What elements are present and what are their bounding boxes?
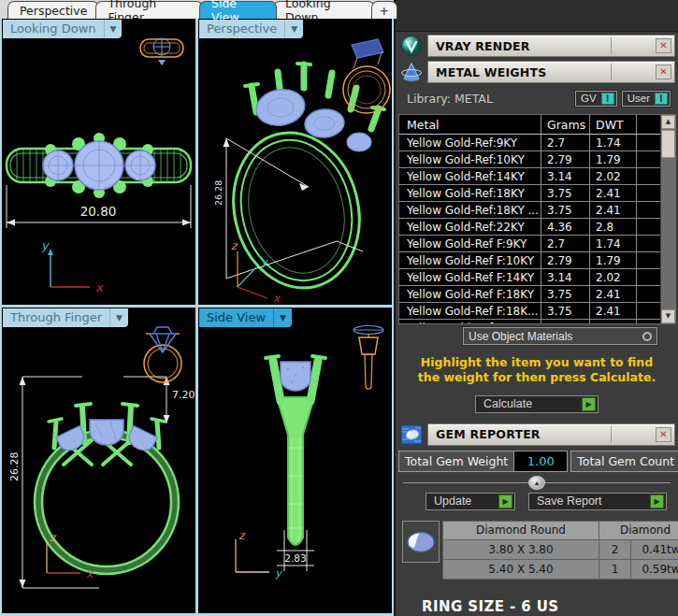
svg-text:x: x <box>273 292 281 305</box>
cell-metal: Yellow Gold-Ref:14KY <box>399 168 541 184</box>
metal-table-row[interactable]: Yellow Gold-Ref:18KY3.752.41 <box>399 185 660 202</box>
through-finger-canvas[interactable]: 7.20 26.28 z x <box>2 308 195 613</box>
scroll-down-icon[interactable]: ▼ <box>661 309 675 323</box>
cell-dwt: 2.8 <box>590 320 637 323</box>
ring-top-view-model <box>7 133 191 198</box>
gem-count-cell: 2 <box>599 540 631 560</box>
user-label: User <box>628 93 650 104</box>
cell-metal: Yellow Gold-Ref F:22KY <box>399 320 541 323</box>
add-tab-button[interactable]: + <box>371 1 397 19</box>
col-header-grams[interactable]: Grams <box>541 115 590 134</box>
cell-dwt: 2.41 <box>590 303 637 319</box>
gem-totals-row: Total Gem Weight 1.00 Total Gem Count 3 <box>396 451 678 472</box>
cell-metal: Yellow Gold-Ref:18KY <box>399 185 541 201</box>
cell-grams: 3.75 <box>541 303 590 319</box>
scrollbar-thumb[interactable] <box>661 130 675 158</box>
save-report-label: Save Report <box>537 494 601 508</box>
metal-table-row[interactable]: Yellow Gold-Ref:9KY2.71.74 <box>399 135 660 151</box>
gem-icon <box>402 521 440 563</box>
vray-render-icon[interactable] <box>396 34 427 58</box>
cell-grams: 3.75 <box>541 185 590 201</box>
metal-table-row[interactable]: Yellow Gold-Ref F:10KY2.791.79 <box>399 252 660 269</box>
weight-instruction-text: Highlight the item you want to find the … <box>396 348 678 388</box>
ring-thumbnail-icon <box>140 38 183 65</box>
metal-table-row[interactable]: Yellow Gold-Ref F:22KY4.362.8 <box>399 320 660 323</box>
update-button[interactable]: Update ▶ <box>426 493 515 510</box>
viewport-menu-dropdown[interactable]: ▼ <box>273 308 292 327</box>
title-bar-divider <box>611 37 612 54</box>
viewport-title-label: Through Finger <box>3 308 109 327</box>
scrollbar-track[interactable] <box>661 158 675 309</box>
app-window: Perspective Through Finger Side View Loo… <box>0 0 678 616</box>
metal-table-row[interactable]: Yellow Gold-Ref F:14KY3.142.02 <box>399 269 660 286</box>
cell-dwt: 2.41 <box>590 202 637 218</box>
svg-text:y: y <box>41 238 50 252</box>
metal-table-row[interactable]: Yellow Gold-Ref F:18K...3.752.41 <box>399 303 660 320</box>
vray-render-panel-header: VRAY RENDER ✕ <box>396 34 678 58</box>
gem-table-row[interactable]: 3.80 X 3.80 2 0.41tw ▶ <box>442 540 678 560</box>
metal-table-row[interactable]: Yellow Gold-Ref F:9KY2.71.74 <box>399 236 660 252</box>
update-label: Update <box>434 494 471 508</box>
go-arrow-icon: ▶ <box>650 494 664 509</box>
close-icon[interactable]: ✕ <box>656 38 671 53</box>
save-report-button[interactable]: Save Report ▶ <box>528 493 667 510</box>
collapse-button[interactable]: ▲ <box>528 476 545 490</box>
gem-table-section: Diamond Round Diamond 3.80 X 3.80 2 0.41… <box>396 521 678 580</box>
metal-table-row[interactable]: Yellow Gold-Ref:22KY4.362.8 <box>399 219 660 236</box>
metal-table-row[interactable]: Yellow Gold-Ref:18KY ...3.752.41 <box>399 202 660 219</box>
cell-dwt: 1.74 <box>590 236 637 251</box>
cell-metal: Yellow Gold-Ref:22KY <box>399 219 541 235</box>
ring-size-text: RING SIZE - 6 US <box>422 598 678 615</box>
gem-reporter-title-bar[interactable]: GEM REPORTER ✕ <box>427 423 675 446</box>
tab-side-view[interactable]: Side View <box>199 1 277 19</box>
viewport-title-label: Side View <box>199 308 273 327</box>
use-object-materials-button[interactable]: Use Object Materials <box>463 327 657 345</box>
right-dock-panel: VRAY RENDER ✕ METAL WEIGHTS ✕ Libr <box>394 0 678 616</box>
close-icon[interactable]: ✕ <box>656 64 671 79</box>
metal-weights-panel-header: METAL WEIGHTS ✕ <box>396 60 678 84</box>
perspective-canvas[interactable]: 26.28 z y x <box>198 19 392 305</box>
col-header-metal[interactable]: Metal <box>399 115 541 134</box>
vray-render-title-bar[interactable]: VRAY RENDER ✕ <box>427 35 675 57</box>
gem-table-row[interactable]: 5.40 X 5.40 1 0.59tw ▶ <box>442 560 678 580</box>
viewport-menu-dropdown[interactable]: ▼ <box>104 20 123 38</box>
metal-table-row[interactable]: Yellow Gold-Ref:14KY3.142.02 <box>399 168 660 185</box>
viewport-looking-down[interactable]: 20.80 y x <box>2 19 195 305</box>
close-icon[interactable]: ✕ <box>656 427 671 442</box>
user-toggle[interactable]: I <box>655 93 668 105</box>
cell-dwt: 2.8 <box>590 219 637 235</box>
panel-title: VRAY RENDER <box>428 39 530 53</box>
svg-text:20.80: 20.80 <box>80 204 117 219</box>
cell-metal: Yellow Gold-Ref F:10KY <box>399 252 541 268</box>
viewport-side-view[interactable]: 2.83 z y <box>198 308 392 613</box>
metal-table-row[interactable]: Yellow Gold-Ref:10KY2.791.79 <box>399 151 660 168</box>
tab-through-finger[interactable]: Through Finger <box>95 1 203 19</box>
viewport-through-finger[interactable]: 7.20 26.28 z x <box>2 308 195 613</box>
metal-weights-title-bar[interactable]: METAL WEIGHTS ✕ <box>427 61 675 83</box>
metal-weights-icon[interactable] <box>396 60 427 84</box>
gv-button[interactable]: GV I <box>575 91 617 107</box>
collapse-row: ▲ <box>396 475 678 491</box>
viewport-perspective[interactable]: 26.28 z y x <box>198 19 392 305</box>
looking-down-canvas[interactable]: 20.80 y x <box>2 19 195 305</box>
tab-perspective[interactable]: Perspective <box>7 1 99 19</box>
metal-table-row[interactable]: Yellow Gold-Ref F:18KY3.752.41 <box>399 286 660 303</box>
user-button[interactable]: User I <box>622 91 671 107</box>
col-header-dwt[interactable]: DWT <box>590 115 637 134</box>
gem-material-header: Diamond <box>599 521 678 540</box>
gem-reporter-icon[interactable] <box>396 423 427 447</box>
side-view-canvas[interactable]: 2.83 z y <box>198 308 392 613</box>
viewport-title-label: Looking Down <box>3 20 104 38</box>
cell-dwt: 2.02 <box>590 269 637 285</box>
calculate-button[interactable]: Calculate ▶ <box>475 395 599 413</box>
gem-weight-cell: 0.59tw <box>630 560 678 580</box>
scroll-up-icon[interactable]: ▲ <box>661 115 675 129</box>
viewport-menu-dropdown[interactable]: ▼ <box>109 308 128 327</box>
gv-toggle[interactable]: I <box>601 93 614 105</box>
table-scrollbar[interactable]: ▲ ▼ <box>660 115 675 323</box>
use-object-materials-label: Use Object Materials <box>469 330 572 343</box>
viewport-menu-dropdown[interactable]: ▼ <box>284 20 303 38</box>
cell-metal: Yellow Gold-Ref F:9KY <box>399 236 541 251</box>
cell-grams: 2.79 <box>541 151 590 167</box>
tab-looking-down[interactable]: Looking Down <box>273 1 375 19</box>
